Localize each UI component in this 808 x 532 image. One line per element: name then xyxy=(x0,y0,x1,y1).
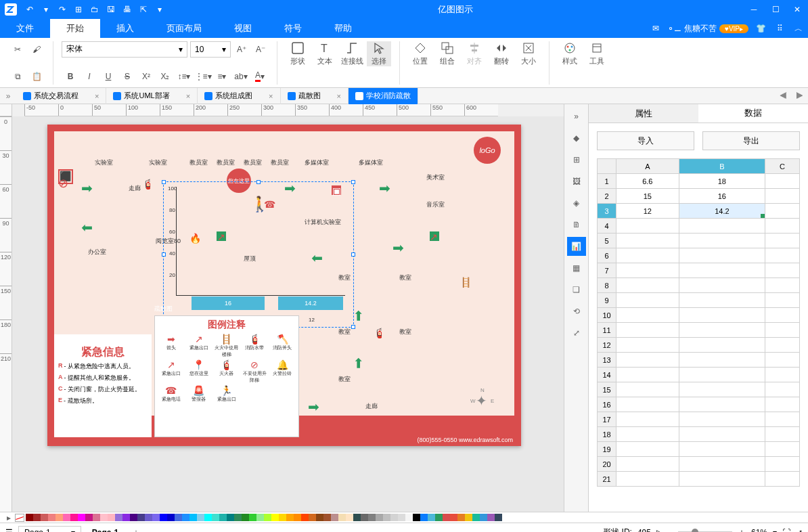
size-button[interactable]: 大小 xyxy=(516,41,541,66)
color-swatch[interactable] xyxy=(413,514,420,521)
shape-button[interactable]: 形状 xyxy=(286,41,310,66)
minimize-button[interactable]: ─ xyxy=(743,0,765,19)
add-page-button[interactable]: ＋ xyxy=(129,526,143,533)
doc-tab-4[interactable]: 学校消防疏散 xyxy=(349,88,418,104)
color-swatch[interactable] xyxy=(70,514,78,521)
color-swatch[interactable] xyxy=(189,514,197,521)
menu-pagelayout[interactable]: 页面布局 xyxy=(150,19,218,38)
color-swatch[interactable] xyxy=(346,514,353,521)
fullscreen-icon[interactable]: ⤢ xyxy=(796,528,803,533)
close-tab-icon[interactable]: × xyxy=(186,92,190,100)
color-swatch[interactable] xyxy=(167,514,175,521)
zoom-in-button[interactable]: ＋ xyxy=(738,527,746,532)
user-name[interactable]: 焦糖不苦 xyxy=(684,23,717,35)
menu-home[interactable]: 开始 xyxy=(50,19,100,38)
color-swatch[interactable] xyxy=(212,514,219,521)
color-swatch[interactable] xyxy=(301,514,309,521)
redo-button[interactable]: ↷ xyxy=(54,1,70,18)
strike-button[interactable]: S xyxy=(119,68,135,85)
menu-file[interactable]: 文件 xyxy=(0,19,50,38)
doc-tab-2[interactable]: 系统组成图× xyxy=(198,88,280,104)
color-swatch[interactable] xyxy=(78,514,85,521)
color-swatch[interactable] xyxy=(33,514,41,521)
new-button[interactable]: ⊞ xyxy=(70,1,87,18)
color-swatch[interactable] xyxy=(227,514,234,521)
print-button[interactable]: 🖶 xyxy=(119,1,135,18)
color-swatch[interactable] xyxy=(264,514,271,521)
tabs-scroll-right-icon[interactable]: » xyxy=(0,91,16,101)
color-swatch[interactable] xyxy=(338,514,346,521)
menu-symbol[interactable]: 符号 xyxy=(268,19,318,38)
close-tab-icon[interactable]: × xyxy=(95,92,99,100)
subscript-button[interactable]: X₂ xyxy=(157,68,173,85)
close-button[interactable]: ✕ xyxy=(786,0,808,19)
color-swatch[interactable] xyxy=(256,514,264,521)
chart-bar[interactable]: 14.2 xyxy=(278,296,343,310)
fill-tool-icon[interactable]: ◆ xyxy=(567,129,586,148)
color-swatch[interactable] xyxy=(100,514,108,521)
tshirt-icon[interactable]: 👕 xyxy=(751,19,770,38)
canvas[interactable]: loGo 实验室 实验室 教员室 教员室 教员室 教员室 多媒体室 多媒体室 美… xyxy=(12,116,564,512)
color-swatch[interactable] xyxy=(450,514,457,521)
numbering-button[interactable]: ≡▾ xyxy=(214,68,230,85)
panel-tab-properties[interactable]: 属性 xyxy=(589,104,698,123)
underline-button[interactable]: U xyxy=(100,68,116,85)
undo-button[interactable]: ↶ xyxy=(22,1,38,18)
tools-button[interactable]: 工具 xyxy=(585,41,609,66)
open-button[interactable]: 🗀 xyxy=(87,1,103,18)
menu-help[interactable]: 帮助 xyxy=(318,19,368,38)
color-swatch[interactable] xyxy=(234,514,242,521)
color-swatch[interactable] xyxy=(55,514,63,521)
color-swatch[interactable] xyxy=(182,514,189,521)
connector-button[interactable]: 连接线 xyxy=(340,41,364,66)
color-swatch[interactable] xyxy=(115,514,122,521)
doc-tab-0[interactable]: 系统交易流程× xyxy=(16,88,106,104)
color-swatch[interactable] xyxy=(390,514,398,521)
color-swatch[interactable] xyxy=(279,514,286,521)
paste-button[interactable]: 📋 xyxy=(28,68,45,85)
image-tool-icon[interactable]: 🖼 xyxy=(567,172,586,191)
bullets-button[interactable]: ⋮≡▾ xyxy=(195,68,211,85)
history-tool-icon[interactable]: ⟲ xyxy=(567,302,586,321)
color-swatch[interactable] xyxy=(457,514,465,521)
export-dropdown[interactable]: ▾ xyxy=(152,1,168,18)
grid-tool-icon[interactable]: ⊞ xyxy=(567,150,586,169)
collapse-ribbon-icon[interactable]: ︿ xyxy=(789,19,808,38)
import-button[interactable]: 导入 xyxy=(597,131,694,150)
color-swatch[interactable] xyxy=(197,514,204,521)
share-icon[interactable]: ⚬⚊ xyxy=(665,19,684,38)
close-tab-icon[interactable]: × xyxy=(337,92,341,100)
export-button[interactable]: ⇱ xyxy=(135,1,152,18)
doc-tab-3[interactable]: 疏散图× xyxy=(281,88,349,104)
menu-view[interactable]: 视图 xyxy=(218,19,268,38)
color-swatch[interactable] xyxy=(405,514,413,521)
no-color-swatch[interactable] xyxy=(15,514,24,522)
color-swatch[interactable] xyxy=(160,514,167,521)
color-swatch[interactable] xyxy=(487,514,495,521)
collapse-panel-icon[interactable]: » xyxy=(567,107,586,126)
color-swatch[interactable] xyxy=(316,514,323,521)
color-swatch[interactable] xyxy=(122,514,130,521)
format-painter-button[interactable]: 🖌 xyxy=(28,41,45,58)
color-swatch[interactable] xyxy=(26,514,33,521)
color-swatch[interactable] xyxy=(495,514,502,521)
color-swatch[interactable] xyxy=(383,514,390,521)
position-button[interactable]: 位置 xyxy=(408,41,432,66)
export-button[interactable]: 导出 xyxy=(702,131,800,150)
color-swatch[interactable] xyxy=(480,514,487,521)
tabs-nav-left-icon[interactable]: ⯇ xyxy=(776,91,792,101)
doc-tab-1[interactable]: 系统UML部署× xyxy=(106,88,198,104)
color-swatch[interactable] xyxy=(41,514,48,521)
page-tab[interactable]: Page-1 xyxy=(87,527,124,533)
color-swatch[interactable] xyxy=(137,514,145,521)
color-swatch[interactable] xyxy=(93,514,100,521)
group-button[interactable]: 组合 xyxy=(435,41,459,66)
undo-dropdown[interactable]: ▾ xyxy=(38,1,54,18)
select-button[interactable]: 选择 xyxy=(367,41,391,66)
color-swatch[interactable] xyxy=(428,514,435,521)
color-swatch[interactable] xyxy=(242,514,249,521)
color-swatch[interactable] xyxy=(108,514,115,521)
color-swatch[interactable] xyxy=(309,514,316,521)
color-swatch[interactable] xyxy=(48,514,55,521)
color-swatch[interactable] xyxy=(219,514,227,521)
